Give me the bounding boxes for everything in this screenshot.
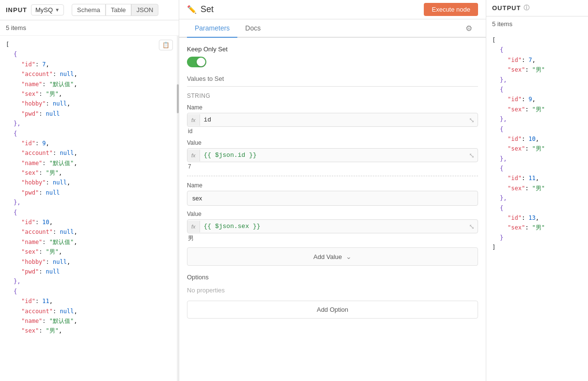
code-line: "sex": "男", <box>6 168 173 178</box>
code-line: } <box>492 233 582 243</box>
node-title-text: Set <box>201 4 214 15</box>
expand-icon[interactable]: ⤡ <box>466 150 478 161</box>
code-line: "sex": "男" <box>492 105 582 114</box>
string-label: String <box>187 92 478 99</box>
scrollbar-track[interactable] <box>177 36 179 381</box>
code-line: { <box>6 208 173 217</box>
field2-name-label: Name <box>187 182 478 189</box>
field2-value-preview: 男 <box>187 234 478 243</box>
field1-name-input[interactable] <box>200 113 466 126</box>
field1-value-preview: 7 <box>187 163 478 170</box>
info-icon[interactable]: ⓘ <box>524 4 530 12</box>
left-header: INPUT MySQ ▼ Schema Table JSON <box>0 0 179 20</box>
code-line: "account": null, <box>6 148 173 158</box>
field2-value-input-wrapper: fx ⤡ <box>187 219 478 233</box>
code-line: "id": 7, <box>492 55 582 65</box>
code-line: "name": "默认值", <box>6 79 173 89</box>
tabs-bar: Parameters Docs ⚙ <box>179 19 486 38</box>
code-line: "name": "默认值", <box>6 316 173 326</box>
output-label: OUTPUT <box>492 4 521 12</box>
code-line: { <box>492 164 582 173</box>
code-line: "name": "默认值", <box>6 158 173 168</box>
code-line: "id": 9, <box>6 138 173 148</box>
code-line: { <box>492 203 582 213</box>
code-line: "hobby": null, <box>6 178 173 187</box>
code-line: "sex": "男" <box>492 183 582 193</box>
left-code: [ { "id": 7, "account": null, "name": "默… <box>6 40 173 336</box>
right-panel: OUTPUT ⓘ 5 items [ { "id": 7, "sex": "男"… <box>486 0 588 381</box>
input-label: INPUT <box>6 6 27 14</box>
execute-node-button[interactable]: Execute node <box>424 3 478 16</box>
expand-icon[interactable]: ⤡ <box>466 221 478 232</box>
code-line: "hobby": null, <box>6 99 173 108</box>
left-code-area: 📋 [ { "id": 7, "account": null, "name": … <box>0 36 179 381</box>
table-view-btn[interactable]: Table <box>106 4 131 16</box>
scrollbar-thumb[interactable] <box>177 84 179 113</box>
add-value-button[interactable]: Add Value ⌄ <box>187 247 478 266</box>
middle-panel: ✏️ Set Execute node Parameters Docs ⚙ Ke… <box>179 0 486 381</box>
gear-icon[interactable]: ⚙ <box>462 20 476 37</box>
code-line: [ <box>492 35 582 45</box>
left-items-count: 5 items <box>0 20 179 36</box>
field2-name-input[interactable] <box>187 191 478 206</box>
left-panel: INPUT MySQ ▼ Schema Table JSON 5 items 📋… <box>0 0 179 381</box>
chevron-down-icon: ⌄ <box>346 253 352 260</box>
field1-value-input[interactable] <box>200 149 466 162</box>
db-type-label: MySQ <box>35 6 53 14</box>
code-line: "sex": "男", <box>6 89 173 99</box>
code-line: ] <box>492 243 582 252</box>
json-view-btn[interactable]: JSON <box>131 4 159 16</box>
fx-badge: fx <box>187 221 200 232</box>
code-line: "id": 11, <box>6 296 173 306</box>
add-value-label: Add Value <box>313 253 342 260</box>
expand-icon[interactable]: ⤡ <box>466 114 478 126</box>
code-line: "account": null, <box>6 69 173 79</box>
code-line: { <box>492 85 582 94</box>
add-option-button[interactable]: Add Option <box>187 301 478 319</box>
options-title: Options <box>187 274 478 281</box>
code-line: }, <box>6 119 173 128</box>
schema-view-btn[interactable]: Schema <box>72 4 106 16</box>
copy-button[interactable]: 📋 <box>159 40 173 50</box>
no-properties-text: No properties <box>187 285 478 296</box>
field1-name-input-wrapper: fx ⤡ <box>187 113 478 127</box>
code-line: "sex": "男" <box>492 144 582 153</box>
field2-value-input[interactable] <box>200 220 466 233</box>
code-line: "account": null, <box>6 227 173 237</box>
code-line: "sex": "男", <box>6 326 173 335</box>
field1-value-group: Value fx ⤡ 7 <box>187 139 478 170</box>
tab-parameters[interactable]: Parameters <box>187 19 237 38</box>
field-divider <box>187 176 478 176</box>
tab-docs[interactable]: Docs <box>237 19 268 38</box>
field1-value-label: Value <box>187 139 478 146</box>
field1-name-preview: id <box>187 128 478 135</box>
code-line: "id": 9, <box>492 94 582 104</box>
code-line: }, <box>6 276 173 286</box>
code-line: "sex": "男" <box>492 223 582 232</box>
values-to-set-title: Values to Set <box>187 75 478 87</box>
field2-value-label: Value <box>187 211 478 217</box>
code-line: { <box>6 129 173 138</box>
keep-only-set-row <box>187 57 478 67</box>
right-items-count: 5 items <box>486 16 588 31</box>
right-code-area: [ { "id": 7, "sex": "男" }, { "id": 9, "s… <box>486 31 588 381</box>
right-code: [ { "id": 7, "sex": "男" }, { "id": 9, "s… <box>492 35 582 253</box>
pencil-icon: ✏️ <box>187 5 197 14</box>
code-line: }, <box>492 193 582 203</box>
code-line: "hobby": null, <box>6 257 173 267</box>
right-header: OUTPUT ⓘ <box>486 0 588 16</box>
code-line: { <box>492 124 582 134</box>
node-title: ✏️ Set <box>187 4 214 15</box>
code-line: "id": 13, <box>492 213 582 223</box>
code-line: "pwd": null <box>6 109 173 119</box>
keep-only-set-toggle[interactable] <box>187 57 206 67</box>
code-line: "pwd": null <box>6 267 173 276</box>
code-line: }, <box>492 114 582 124</box>
field2-name-group: Name <box>187 182 478 206</box>
code-line: }, <box>492 75 582 85</box>
middle-header: ✏️ Set Execute node <box>179 0 486 19</box>
db-type-select[interactable]: MySQ ▼ <box>31 4 64 15</box>
code-line: "id": 11, <box>492 173 582 183</box>
view-buttons: Schema Table JSON <box>72 4 158 16</box>
field1-name-group: Name fx ⤡ id <box>187 104 478 135</box>
